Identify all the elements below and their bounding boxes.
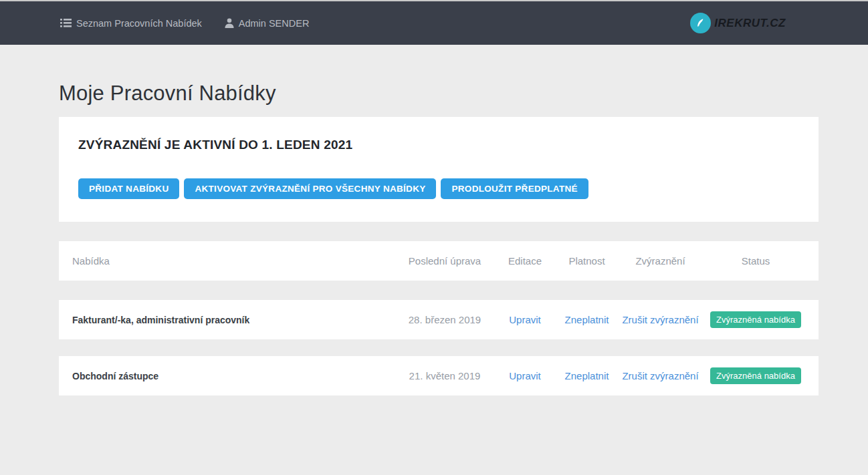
header-offer: Nabídka xyxy=(59,255,395,267)
nav-item-user-menu[interactable]: Admin SENDER xyxy=(225,18,310,29)
subscription-card: ZVÝRAZNĚNÍ JE AKTIVNÍ DO 1. LEDEN 2021 P… xyxy=(59,117,819,222)
user-icon xyxy=(225,18,234,28)
header-status: Status xyxy=(702,255,809,267)
status-badge: Zvýrazněná nabídka xyxy=(710,311,801,328)
subscription-card-actions: PŘIDAT NABÍDKU AKTIVOVAT ZVÝRAZNĚNÍ PRO … xyxy=(78,178,799,199)
header-highlight: Zvýraznění xyxy=(619,255,702,267)
extend-subscription-button[interactable]: PRODLOUŽIT PŘEDPLATNÉ xyxy=(441,178,588,199)
main-content: Moje Pracovní Nabídky ZVÝRAZNĚNÍ JE AKTI… xyxy=(59,82,819,395)
edit-link[interactable]: Upravit xyxy=(509,370,541,381)
edit-link[interactable]: Upravit xyxy=(509,314,541,325)
nav-item-job-offers-list[interactable]: Seznam Pracovních Nabídek xyxy=(60,18,202,29)
offer-last-edit-date: 28. březen 2019 xyxy=(395,314,495,325)
invalidate-link[interactable]: Zneplatnit xyxy=(565,314,609,325)
top-navbar: Seznam Pracovních Nabídek Admin SENDER I… xyxy=(0,0,868,45)
status-badge: Zvýrazněná nabídka xyxy=(710,367,801,384)
user-name-label: Admin SENDER xyxy=(239,18,310,29)
list-icon xyxy=(60,18,72,28)
offer-last-edit-date: 21. květen 2019 xyxy=(395,370,495,381)
header-last-edit: Poslední úprava xyxy=(395,255,495,267)
invalidate-link[interactable]: Zneplatnit xyxy=(565,370,609,381)
brand-logo[interactable]: IREKRUT.CZ xyxy=(690,13,786,33)
add-offer-button[interactable]: PŘIDAT NABÍDKU xyxy=(78,178,179,199)
page-title: Moje Pracovní Nabídky xyxy=(59,82,819,106)
activate-highlight-all-button[interactable]: AKTIVOVAT ZVÝRAZNĚNÍ PRO VŠECHNY NABÍDKY xyxy=(184,178,436,199)
feather-logo-icon xyxy=(690,13,711,33)
header-validity: Platnost xyxy=(555,255,619,267)
remove-highlight-link[interactable]: Zrušit zvýraznění xyxy=(622,370,698,381)
remove-highlight-link[interactable]: Zrušit zvýraznění xyxy=(622,314,698,325)
nav-item-label: Seznam Pracovních Nabídek xyxy=(76,18,202,29)
offers-table-header: Nabídka Poslední úprava Editace Platnost… xyxy=(59,241,819,281)
header-edit: Editace xyxy=(495,255,555,267)
table-row: Obchodní zástupce 21. květen 2019 Upravi… xyxy=(59,356,819,395)
brand-logo-text: IREKRUT.CZ xyxy=(714,17,786,30)
offer-name: Obchodní zástupce xyxy=(59,371,395,381)
offer-name: Fakturant/-ka, administrativní pracovník xyxy=(59,315,395,325)
highlight-active-heading: ZVÝRAZNĚNÍ JE AKTIVNÍ DO 1. LEDEN 2021 xyxy=(78,138,799,152)
table-row: Fakturant/-ka, administrativní pracovník… xyxy=(59,300,819,339)
